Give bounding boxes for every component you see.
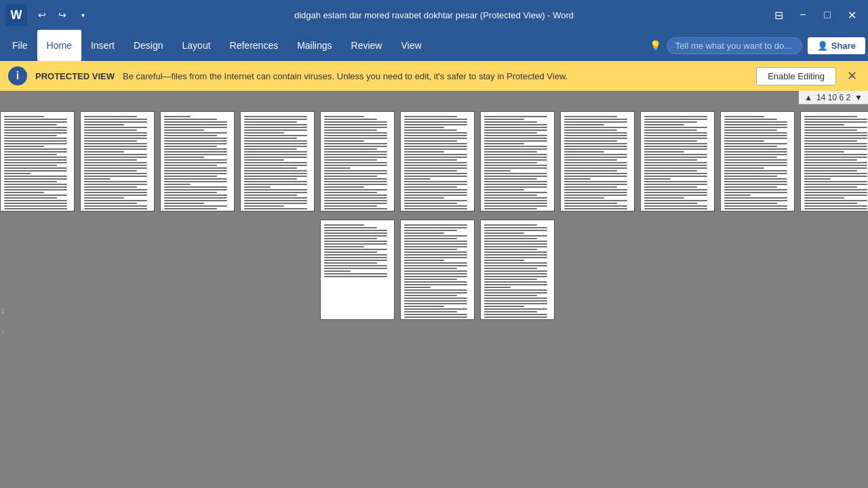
page-thumbnail-4[interactable]	[240, 111, 315, 211]
tab-file[interactable]: File	[3, 30, 37, 61]
ribbon: File Home Insert Design Layout Reference…	[0, 30, 868, 61]
lightbulb-icon: 💡	[650, 40, 661, 51]
page-thumbnail-1[interactable]	[0, 111, 75, 211]
page-row-1	[0, 111, 868, 211]
page-thumbnail-7[interactable]	[480, 111, 555, 211]
title-bar: W ↩ ↪ ▾ didgah eslam dar mored ravabet d…	[0, 0, 868, 30]
tab-home[interactable]: Home	[37, 30, 81, 61]
close-button[interactable]: ✕	[841, 5, 863, 24]
close-protected-bar-button[interactable]: ✕	[844, 66, 860, 86]
undo-button[interactable]: ↩	[33, 5, 52, 24]
tab-mailings[interactable]: Mailings	[288, 30, 341, 61]
page-thumbnail-8[interactable]	[560, 111, 635, 211]
quick-access-toolbar: ↩ ↪ ▾	[33, 5, 92, 24]
document-area: ▲ 14 10 6 2 ▼ 2 1	[0, 91, 868, 488]
tell-me-input[interactable]	[667, 37, 802, 54]
page-row-2	[320, 220, 555, 320]
tab-view[interactable]: View	[391, 30, 431, 61]
page-thumbnail-10[interactable]	[720, 111, 795, 211]
ruler-left: 2 1	[1, 308, 5, 335]
word-icon: W	[5, 4, 27, 26]
zoom-up-icon[interactable]: ▲	[804, 93, 812, 102]
share-button[interactable]: 👤 Share	[808, 37, 865, 54]
tab-review[interactable]: Review	[342, 30, 392, 61]
tab-layout[interactable]: Layout	[173, 30, 220, 61]
zoom-values: 14 10 6 2	[816, 93, 850, 102]
page-thumbnail-2[interactable]	[80, 111, 155, 211]
pages-container	[0, 91, 868, 340]
page-thumbnail-3[interactable]	[160, 111, 235, 211]
customize-quick-access-button[interactable]: ▾	[73, 5, 92, 24]
ribbon-search-area: 💡 👤 Share	[650, 37, 865, 54]
enable-editing-button[interactable]: Enable Editing	[756, 67, 836, 85]
window-controls: ⊟ − □ ✕	[768, 5, 863, 24]
protected-view-title: PROTECTED VIEW	[35, 71, 115, 81]
tab-insert[interactable]: Insert	[81, 30, 124, 61]
page-thumbnail-5[interactable]	[320, 111, 395, 211]
tab-design[interactable]: Design	[124, 30, 173, 61]
person-icon: 👤	[817, 41, 828, 51]
ribbon-display-button[interactable]: ⊟	[768, 5, 789, 24]
page-thumbnail-11[interactable]	[800, 111, 868, 211]
tab-references[interactable]: References	[220, 30, 288, 61]
page-thumbnail-12[interactable]	[320, 220, 395, 320]
page-thumbnail-9[interactable]	[640, 111, 715, 211]
zoom-down-icon[interactable]: ▼	[854, 93, 863, 102]
maximize-button[interactable]: □	[816, 5, 838, 24]
title-bar-left: W ↩ ↪ ▾	[5, 4, 92, 26]
protected-view-bar: i PROTECTED VIEW Be careful—files from t…	[0, 61, 868, 91]
minimize-button[interactable]: −	[792, 5, 814, 24]
zoom-bar: ▲ 14 10 6 2 ▼	[799, 91, 868, 104]
protected-view-message: Be careful—files from the Internet can c…	[123, 71, 748, 81]
page-thumbnail-13[interactable]	[400, 220, 475, 320]
page-thumbnail-14[interactable]	[480, 220, 555, 320]
page-thumbnail-6[interactable]	[400, 111, 475, 211]
redo-button[interactable]: ↪	[53, 5, 72, 24]
document-title: didgah eslam dar mored ravabet dokhtar p…	[294, 10, 574, 20]
info-icon: i	[8, 66, 27, 85]
